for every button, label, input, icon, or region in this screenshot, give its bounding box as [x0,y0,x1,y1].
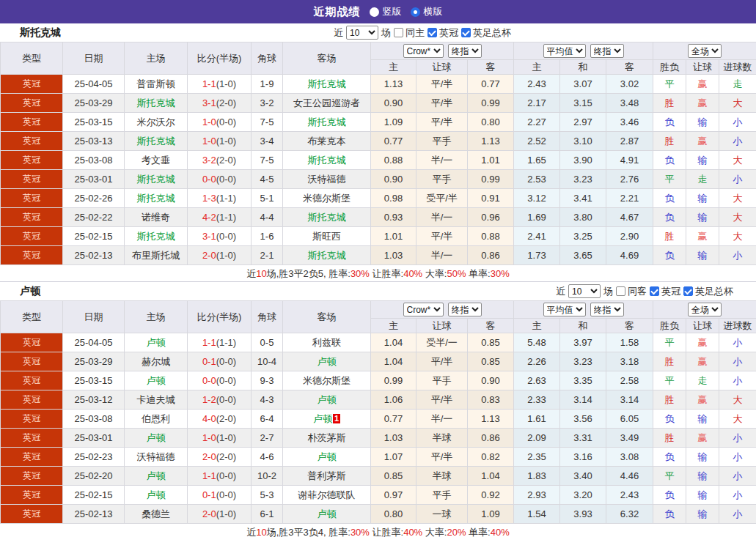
radio-checked-icon [411,7,420,17]
match-type-badge: 英冠 [1,246,63,265]
away-team-name: 卢顿 [318,394,337,405]
away-team-name: 卢顿 [313,413,332,424]
handicap-group-header: Crow*终指 [371,42,514,60]
away-handicap-odds: 0.77 [468,75,514,94]
average-select[interactable]: 平均值 [543,44,586,58]
match-row: 英冠25-04-05卢顿1-1(1-1)0-5利兹联1.04受半/一0.855.… [1,333,756,352]
match-date: 25-02-22 [63,208,125,227]
average-time-select[interactable]: 终指 [590,303,624,316]
away-handicap-odds: 0.83 [468,390,514,410]
match-type-badge: 英冠 [1,448,63,467]
odds-time-select[interactable]: 终指 [448,44,482,58]
result-wdl: 负 [653,189,686,208]
col-header-away: 客场 [283,42,371,75]
avg-home-odds: 1.65 [514,151,560,170]
subcol-avg-home: 主 [514,60,560,75]
league-checkbox[interactable]: 英冠 [427,26,458,40]
handicap-line: 平/半 [416,94,468,113]
col-header-score: 比分(半场) [188,42,252,75]
avg-away-odds: 2.58 [606,371,653,390]
corners: 10-4 [252,352,283,371]
home-team: 斯托克城 [125,94,188,113]
corners: 1-9 [252,75,283,94]
home-handicap-odds: 0.93 [371,208,416,227]
avg-draw-odds: 3.16 [560,448,606,467]
handicap-line: 半/一 [416,151,468,170]
away-team-name: 斯托克城 [308,78,346,89]
result-goals: 小 [719,467,756,486]
cup-label: 英足总杯 [695,285,733,298]
league-checkbox[interactable]: 英冠 [650,285,680,298]
summary-stat-value: 40% [491,527,510,537]
section-stoke: 斯托克城 近 10 场 同主 英冠 英足总杯 类型 日期 主场 [0,23,756,282]
avg-home-odds: 5.48 [514,333,560,352]
away-team: 斯旺西 [283,227,371,246]
result-goals: 大 [719,94,756,113]
average-time-select[interactable]: 终指 [590,44,624,58]
result-handicap: 赢 [686,352,719,371]
col-header-away: 客场 [283,301,371,333]
section-header: 斯托克城 近 10 场 同主 英冠 英足总杯 [0,23,756,42]
result-goals: 大 [719,151,756,170]
score: 4-2(1-1) [188,208,252,227]
team-name: 斯托克城 [0,26,61,40]
summary-text: 大率: [422,527,447,537]
score: 0-0(0-0) [188,371,252,390]
avg-away-odds: 3.46 [606,113,653,132]
away-team: 米德尔斯堡 [283,371,371,390]
handicap-line: 平手 [416,132,468,151]
period-select[interactable]: 全场 [688,303,722,316]
match-count-select[interactable]: 10 [346,26,378,40]
subcol-avg-draw: 和 [560,319,606,333]
same-venue-checkbox[interactable]: 同主 [394,26,425,40]
avg-draw-odds: 3.20 [560,486,606,505]
odds-company-select[interactable]: Crow* [403,44,444,58]
away-team: 卢顿 [283,448,371,467]
summary-stat-value: 30% [351,527,370,537]
subcol-result-wdl: 胜负 [653,319,686,333]
score: 3-2(2-0) [188,151,252,170]
avg-draw-odds: 3.23 [560,170,606,189]
match-type-badge: 英冠 [1,352,63,371]
summary-text: 让胜率: [370,527,403,537]
avg-draw-odds: 3.25 [560,227,606,246]
layout-radio-horizontal[interactable]: 横版 [411,5,443,18]
match-count-select[interactable]: 10 [568,284,601,298]
result-wdl: 负 [653,410,686,429]
cup-checkbox[interactable]: 英足总杯 [461,26,511,40]
matches-table: 类型 日期 主场 比分(半场) 角球 客场 Crow*终指 平均值终指 全场 [0,300,756,524]
odds-company-select[interactable]: Crow* [403,303,444,316]
handicap-line: 平/半 [416,227,468,246]
handicap-line: 受半/一 [416,333,468,352]
odds-time-select[interactable]: 终指 [448,303,482,316]
same-venue-checkbox[interactable]: 同客 [616,285,647,298]
handicap-line: 平手 [416,170,468,189]
home-team: 卢顿 [125,333,188,352]
home-handicap-odds: 1.06 [371,390,416,410]
result-goals: 小 [719,170,756,189]
result-wdl: 负 [653,208,686,227]
match-row: 英冠25-03-15米尔沃尔1-0(0-0)7-5斯托克城1.09平/半0.80… [1,113,756,132]
average-select[interactable]: 平均值 [543,303,586,316]
layout-radio-vertical[interactable]: 竖版 [370,5,402,18]
match-type-badge: 英冠 [1,505,63,524]
home-team: 卢顿 [125,371,188,390]
score: 1-1(1-0) [188,75,252,94]
away-handicap-odds: 0.86 [468,246,514,265]
home-team: 卢顿 [125,429,188,448]
match-type-badge: 英冠 [1,113,63,132]
cup-checkbox[interactable]: 英足总杯 [683,285,733,298]
period-select[interactable]: 全场 [688,44,722,58]
subcol-handicap: 让球 [416,60,468,75]
filter-prefix-label: 近 [334,26,343,40]
away-team-name: 朴茨茅斯 [308,432,346,443]
corners: 1-6 [252,227,283,246]
avg-draw-odds: 3.07 [560,75,606,94]
avg-home-odds: 1.83 [514,467,560,486]
home-team: 卢顿 [125,467,188,486]
corners: 2-7 [252,429,283,448]
corners: 7-5 [252,113,283,132]
section-header: 卢顿 近 10 场 同客 英冠 英足总杯 [0,282,756,300]
col-header-home: 主场 [125,301,188,333]
corners: 2-1 [252,246,283,265]
